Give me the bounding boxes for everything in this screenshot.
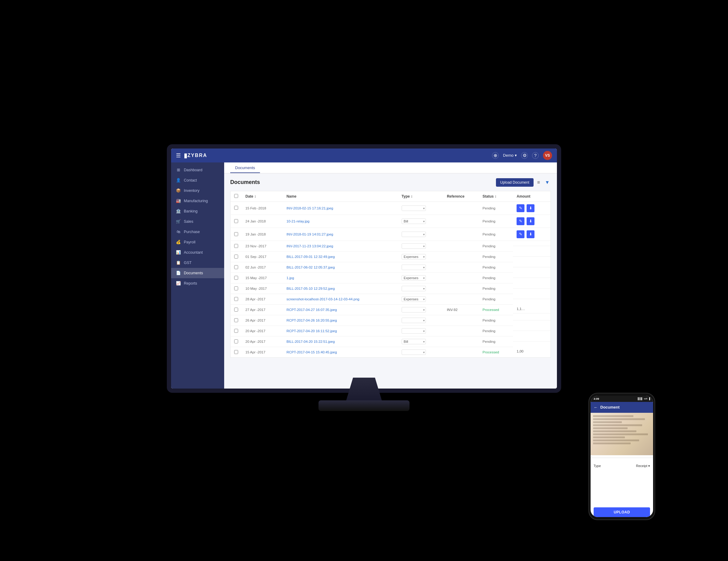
sidebar-item-payroll[interactable]: 💰 Payroll	[171, 237, 224, 247]
row-type[interactable]: BillExpensesReceipt	[398, 336, 443, 347]
row-type[interactable]: BillExpensesReceipt	[398, 262, 443, 273]
doc-name-link[interactable]: RCPT-2017-04-27 16:07:35.jpeg	[286, 308, 337, 311]
list-view-icon[interactable]: ≡	[536, 179, 541, 187]
row-checkbox[interactable]	[234, 255, 238, 259]
sidebar-item-manufacturing[interactable]: 🏭 Manufacturing	[171, 196, 224, 206]
type-select[interactable]: BillExpensesReceipt	[402, 317, 426, 323]
row-name[interactable]: BILL-2017-06-02 12:05:37.jpeg	[283, 262, 398, 273]
phone-back-icon[interactable]: ←	[594, 405, 598, 410]
type-select[interactable]: BillExpensesReceipt	[402, 275, 426, 280]
doc-name-link[interactable]: RCPT-2017-04-20 16:11:52.jpeg	[286, 329, 337, 333]
type-select[interactable]: BillExpensesReceipt	[402, 296, 426, 302]
edit-icon[interactable]: ✎	[517, 204, 524, 212]
row-type[interactable]: BillExpensesReceipt	[398, 252, 443, 262]
doc-name-link[interactable]: BILL-2017-09-01 12:32:49.jpeg	[286, 255, 335, 259]
row-name[interactable]: screenshot-localhost-2017-03-14-12-03-44…	[283, 294, 398, 304]
phone-upload-button[interactable]: UPLOAD	[594, 507, 650, 517]
row-checkbox[interactable]	[234, 286, 238, 290]
sidebar-item-reports[interactable]: 📈 Reports	[171, 278, 224, 288]
row-checkbox[interactable]	[234, 232, 238, 236]
type-select[interactable]: BillExpensesReceipt	[402, 232, 426, 237]
row-name[interactable]: RCPT-2017-04-20 16:11:52.jpeg	[283, 326, 398, 336]
row-checkbox[interactable]	[234, 318, 238, 322]
row-name[interactable]: INV-2018-01-19 14:01:27.jpeg	[283, 228, 398, 241]
row-name[interactable]: BILL-2017-05-10 12:29:52.jpeg	[283, 283, 398, 294]
sidebar-item-purchase[interactable]: 🛍 Purchase	[171, 227, 224, 237]
row-name[interactable]: INV-2018-02-15 17:16:21.jpeg	[283, 202, 398, 215]
row-name[interactable]: INV-2017-11-23 13:04:22.jpeg	[283, 241, 398, 252]
row-name[interactable]: RCPT-2017-04-26 16:20:55.jpeg	[283, 315, 398, 326]
row-name[interactable]: RCPT-2017-04-15 15:40:45.jpeg	[283, 347, 398, 358]
row-type[interactable]: BillExpensesReceipt	[398, 202, 443, 215]
row-name[interactable]: 1.jpg	[283, 273, 398, 283]
settings-icon[interactable]: ⚙	[521, 152, 528, 159]
sidebar-item-accountant[interactable]: 📊 Accountant	[171, 247, 224, 258]
row-checkbox[interactable]	[234, 329, 238, 333]
row-checkbox[interactable]	[234, 206, 238, 210]
row-type[interactable]: BillExpensesReceipt	[398, 294, 443, 304]
filter-icon[interactable]: ▼	[544, 179, 551, 187]
sidebar-item-inventory[interactable]: 📦 Inventory	[171, 186, 224, 196]
doc-name-link[interactable]: RCPT-2017-04-15 15:40:45.jpeg	[286, 350, 337, 354]
row-checkbox[interactable]	[234, 219, 238, 223]
edit-icon[interactable]: ✎	[517, 217, 524, 225]
edit-icon[interactable]: ✎	[517, 230, 524, 238]
help-icon[interactable]: ?	[532, 152, 539, 159]
type-select[interactable]: BillExpensesReceipt	[402, 307, 426, 312]
doc-name-link[interactable]: BILL-2017-04-20 15:22:51.jpeg	[286, 340, 335, 343]
sidebar-item-contact[interactable]: 👤 Contact	[171, 175, 224, 186]
row-checkbox[interactable]	[234, 339, 238, 343]
row-type[interactable]: BillExpensesReceipt	[398, 326, 443, 336]
row-type[interactable]: BillExpensesReceipt	[398, 283, 443, 294]
sidebar-item-sales[interactable]: 🛒 Sales	[171, 217, 224, 227]
type-select[interactable]: BillExpensesReceipt	[402, 206, 426, 211]
row-type[interactable]: BillExpensesReceipt	[398, 215, 443, 228]
row-checkbox[interactable]	[234, 244, 238, 248]
select-all-checkbox[interactable]	[234, 194, 238, 198]
doc-name-link[interactable]: INV-2018-01-19 14:01:27.jpeg	[286, 233, 333, 236]
type-select[interactable]: BillExpensesReceipt	[402, 339, 426, 344]
type-select[interactable]: BillExpensesReceipt	[402, 219, 426, 224]
doc-name-link[interactable]: BILL-2017-06-02 12:05:37.jpeg	[286, 266, 335, 269]
row-type[interactable]: BillExpensesReceipt	[398, 228, 443, 241]
download-icon[interactable]: ⬇	[527, 217, 534, 225]
type-select[interactable]: BillExpensesReceipt	[402, 349, 426, 355]
row-type[interactable]: BillExpensesReceipt	[398, 241, 443, 252]
sidebar-item-gst[interactable]: 📋 GST	[171, 258, 224, 268]
doc-name-link[interactable]: 1.jpg	[286, 276, 294, 280]
add-icon[interactable]: ⊕	[492, 152, 499, 159]
sidebar-item-documents[interactable]: 📄 Documents	[171, 268, 224, 278]
tab-documents[interactable]: Documents	[230, 163, 260, 173]
row-type[interactable]: BillExpensesReceipt	[398, 347, 443, 358]
row-name[interactable]: 10-21-relay.jpg	[283, 215, 398, 228]
user-avatar[interactable]: VS	[543, 151, 552, 160]
doc-name-link[interactable]: 10-21-relay.jpg	[286, 220, 309, 223]
type-select[interactable]: BillExpensesReceipt	[402, 265, 426, 270]
hamburger-icon[interactable]: ☰	[176, 152, 181, 159]
row-type[interactable]: BillExpensesReceipt	[398, 273, 443, 283]
download-icon[interactable]: ⬇	[527, 204, 534, 212]
row-type[interactable]: BillExpensesReceipt	[398, 304, 443, 315]
upload-document-button[interactable]: Upload Document	[496, 178, 534, 187]
row-name[interactable]: BILL-2017-04-20 15:22:51.jpeg	[283, 336, 398, 347]
type-select[interactable]: BillExpensesReceipt	[402, 328, 426, 334]
sidebar-item-banking[interactable]: 🏦 Banking	[171, 206, 224, 217]
doc-name-link[interactable]: INV-2018-02-15 17:16:21.jpeg	[286, 207, 333, 210]
row-checkbox[interactable]	[234, 276, 238, 280]
doc-name-link[interactable]: RCPT-2017-04-26 16:20:55.jpeg	[286, 318, 337, 322]
row-checkbox[interactable]	[234, 307, 238, 311]
sidebar-item-dashboard[interactable]: ⊞ Dashboard	[171, 165, 224, 175]
download-icon[interactable]: ⬇	[527, 230, 534, 238]
row-name[interactable]: BILL-2017-09-01 12:32:49.jpeg	[283, 252, 398, 262]
doc-name-link[interactable]: BILL-2017-05-10 12:29:52.jpeg	[286, 287, 335, 290]
row-name[interactable]: RCPT-2017-04-27 16:07:35.jpeg	[283, 304, 398, 315]
doc-name-link[interactable]: screenshot-localhost-2017-03-14-12-03-44…	[286, 297, 359, 301]
type-select[interactable]: BillExpensesReceipt	[402, 254, 426, 260]
demo-button[interactable]: Demo ▾	[503, 153, 517, 158]
row-type[interactable]: BillExpensesReceipt	[398, 315, 443, 326]
doc-name-link[interactable]: INV-2017-11-23 13:04:22.jpeg	[286, 244, 333, 248]
type-select[interactable]: BillExpensesReceipt	[402, 244, 426, 249]
row-checkbox[interactable]	[234, 297, 238, 301]
row-checkbox[interactable]	[234, 350, 238, 354]
type-select[interactable]: BillExpensesReceipt	[402, 286, 426, 291]
